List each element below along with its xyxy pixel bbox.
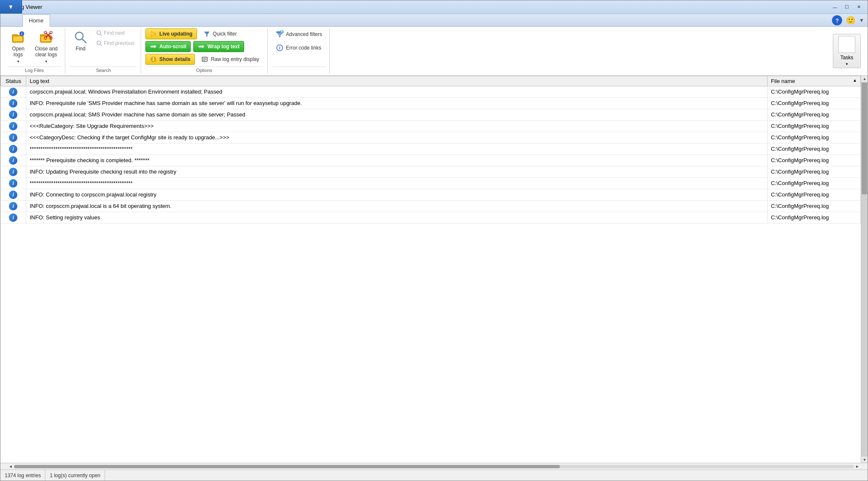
show-details-button[interactable]: Show details (145, 54, 195, 65)
scroll-left-arrow[interactable]: ◄ (7, 464, 14, 469)
table-row[interactable]: iINFO: Updating Prerequisite checking re… (1, 166, 861, 177)
quick-filter-icon (203, 30, 210, 37)
horizontal-scrollbar[interactable]: ◄ ► (0, 463, 868, 470)
auto-scroll-icon (150, 43, 157, 50)
wrap-log-text-icon (198, 43, 205, 50)
file-name-cell: C:\ConfigMgrPrereq.log (768, 86, 861, 97)
info-icon: i (9, 156, 17, 165)
scroll-down-arrow[interactable]: ▼ (861, 456, 868, 463)
status-cell: i (1, 120, 26, 132)
wrap-log-text-button[interactable]: Wrap log text (193, 41, 244, 52)
vertical-scrollbar[interactable]: ▲ ▼ (861, 76, 868, 463)
minimize-button[interactable]: — (829, 3, 840, 11)
scroll-track[interactable] (861, 83, 868, 456)
find-label: Find (75, 46, 85, 52)
raw-log-entry-label: Raw log entry display (211, 56, 259, 62)
log-text-cell: ******* Prerequisite checking is complet… (26, 155, 768, 166)
ribbon-dropdown-button[interactable]: ▼ (0, 0, 22, 14)
ribbon-right-dropdown[interactable]: ▼ (859, 17, 864, 23)
file-name-cell: C:\ConfigMgrPrereq.log (768, 200, 861, 212)
col-header-status[interactable]: Status (1, 76, 26, 86)
log-text-cell: corpsccm.prajwal.local; Windows Preinsta… (26, 86, 768, 97)
ribbon-group-search: Find Find next (66, 28, 141, 74)
table-row[interactable]: i******* Prerequisite checking is comple… (1, 155, 861, 166)
close-and-clear-logs-button[interactable]: Close and clear logs ▼ (31, 28, 61, 66)
content-area: Status Log text File name ▲ icorpsccm.pr… (0, 76, 868, 470)
status-entries-count: 1374 log entries (0, 470, 45, 481)
svg-point-33 (153, 57, 154, 58)
raw-log-entry-button[interactable]: Raw log entry display (198, 54, 263, 65)
table-row[interactable]: i***************************************… (1, 143, 861, 155)
status-cell: i (1, 189, 26, 200)
log-table-body: icorpsccm.prajwal.local; Windows Preinst… (1, 86, 861, 223)
advanced-content: Advanced filters i Error code links (272, 28, 326, 66)
dropdown-arrow-icon: ▼ (8, 3, 14, 10)
show-details-icon (150, 56, 157, 63)
file-name-cell: C:\ConfigMgrPrereq.log (768, 189, 861, 200)
live-updating-icon (150, 30, 157, 37)
table-row[interactable]: icorpsccm.prajwal.local; SMS Provider ma… (1, 109, 861, 120)
help-button[interactable]: ? (832, 15, 842, 25)
info-icon: i (9, 133, 17, 142)
svg-marker-26 (204, 32, 209, 36)
table-row[interactable]: iINFO: Prerequisite rule 'SMS Provider m… (1, 97, 861, 109)
open-logs-label: Open logs (12, 46, 24, 58)
file-name-cell: C:\ConfigMgrPrereq.log (768, 166, 861, 177)
status-cell: i (1, 97, 26, 109)
scroll-thumb[interactable] (862, 83, 867, 195)
col-header-filename[interactable]: File name ▲ (768, 76, 861, 86)
svg-marker-25 (151, 31, 156, 36)
file-name-cell: C:\ConfigMgrPrereq.log (768, 155, 861, 166)
find-icon (74, 30, 87, 44)
error-code-links-icon: i (276, 44, 284, 52)
emoji-button[interactable]: 🙂 (845, 14, 857, 26)
table-row[interactable]: iINFO: Connecting to corpsccm.prajwal.lo… (1, 189, 861, 200)
tab-home[interactable]: Home (22, 14, 50, 27)
tasks-icon-area (838, 36, 855, 53)
table-row[interactable]: i<<<RuleCategory: Site Upgrade Requireme… (1, 120, 861, 132)
maximize-button[interactable]: ☐ (841, 3, 852, 11)
open-logs-button[interactable]: i Open logs ▼ (7, 28, 29, 66)
live-updating-label: Live updating (159, 31, 192, 37)
table-row[interactable]: iINFO: corpsccm.prajwal.local is a 64 bi… (1, 200, 861, 212)
col-header-logtext[interactable]: Log text (26, 76, 768, 86)
log-entries-table: Status Log text File name ▲ icorpsccm.pr… (0, 76, 861, 224)
table-row[interactable]: i***************************************… (1, 177, 861, 189)
quick-filter-label: Quick filter (213, 31, 237, 37)
find-next-button[interactable]: Find next (93, 28, 137, 38)
table-row[interactable]: icorpsccm.prajwal.local; Windows Preinst… (1, 86, 861, 97)
table-row[interactable]: iINFO: Setting registry valuesC:\ConfigM… (1, 212, 861, 223)
scroll-right-arrow[interactable]: ► (854, 464, 861, 469)
options-row-3: Show details Raw log entry display (145, 54, 263, 65)
file-name-cell: C:\ConfigMgrPrereq.log (768, 143, 861, 155)
h-scroll-thumb[interactable] (14, 465, 560, 468)
live-updating-button[interactable]: Live updating (145, 28, 197, 39)
advanced-filters-button[interactable]: Advanced filters (272, 28, 326, 40)
status-cell: i (1, 212, 26, 223)
tasks-button[interactable]: Tasks ▼ (833, 34, 861, 68)
h-scroll-track[interactable] (14, 465, 854, 468)
window-controls: — ☐ ✕ (829, 3, 864, 11)
log-text-cell: INFO: Connecting to corpsccm.prajwal.loc… (26, 189, 768, 200)
error-code-links-button[interactable]: i Error code links (272, 42, 326, 54)
quick-filter-button[interactable]: Quick filter (200, 28, 241, 39)
log-text-cell: <<<RuleCategory: Site Upgrade Requiremen… (26, 120, 768, 132)
log-text-cell: INFO: corpsccm.prajwal.local is a 64 bit… (26, 200, 768, 212)
log-table[interactable]: Status Log text File name ▲ icorpsccm.pr… (0, 76, 861, 463)
table-row[interactable]: i<<<CategoryDesc: Checking if the target… (1, 132, 861, 143)
auto-scroll-button[interactable]: Auto-scroll (145, 41, 191, 52)
file-name-cell: C:\ConfigMgrPrereq.log (768, 132, 861, 143)
info-icon: i (9, 88, 17, 96)
scroll-up-arrow[interactable]: ▲ (861, 76, 868, 83)
find-next-prev-group: Find next Find previous (93, 28, 137, 48)
info-icon: i (9, 213, 17, 222)
svg-point-14 (44, 31, 47, 34)
ribbon-tab-row: ▼ Home ? 🙂 ▼ (0, 14, 868, 27)
find-button[interactable]: Find (70, 28, 92, 54)
find-prev-button[interactable]: Find previous (93, 39, 137, 48)
svg-text:i: i (21, 32, 22, 36)
close-button[interactable]: ✕ (853, 3, 864, 11)
svg-marker-28 (154, 45, 156, 48)
table-wrapper: Status Log text File name ▲ icorpsccm.pr… (0, 76, 868, 463)
status-cell: i (1, 177, 26, 189)
